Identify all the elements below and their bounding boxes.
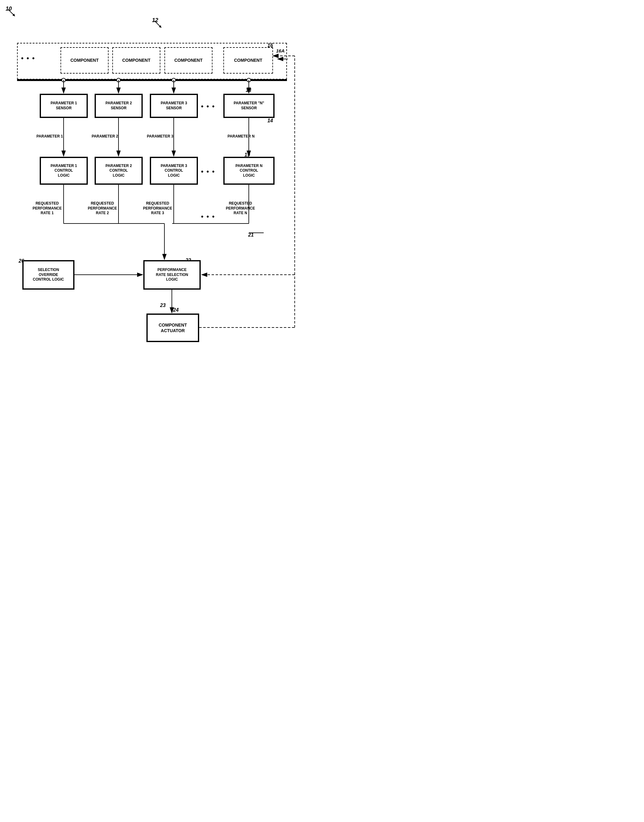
rpr-label-n: REQUESTEDPERFORMANCERATE N <box>220 201 261 216</box>
rpr-label-3: REQUESTEDPERFORMANCERATE 3 <box>139 201 176 216</box>
ref-12: 12 <box>152 17 158 24</box>
param-label-3: PARAMETER 3 <box>141 134 179 139</box>
sensor-1: PARAMETER 1SENSOR <box>40 94 88 118</box>
diagram: 10 12 • • • COMPONENT COMPONENT COMPONEN… <box>0 0 322 411</box>
ref-14: 14 <box>267 118 273 124</box>
ref-18: 18 <box>246 88 251 93</box>
component-box-3: COMPONENT <box>164 47 213 74</box>
component-box-1: COMPONENT <box>60 47 109 74</box>
perf-rate-selection: PERFORMANCERATE SELECTIONLOGIC <box>143 260 201 290</box>
component-box-2: COMPONENT <box>112 47 160 74</box>
ref-16: 16 <box>267 43 273 48</box>
ref-24: 24 <box>173 307 179 313</box>
sensor-n: PARAMETER "N"SENSOR <box>223 94 274 118</box>
selection-override: SELECTIONOVERRIDECONTROL LOGIC <box>22 260 74 290</box>
dots-cl: • • • <box>201 167 215 176</box>
control-logic-1: PARAMETER 1CONTROLLOGIC <box>40 157 88 185</box>
dots-sensors: • • • <box>201 103 215 111</box>
rpr-label-2: REQUESTEDPERFORMANCERATE 2 <box>84 201 121 216</box>
param-label-2: PARAMETER 2 <box>86 134 123 139</box>
sensor-3: PARAMETER 3SENSOR <box>150 94 198 118</box>
sensor-2: PARAMETER 2SENSOR <box>95 94 143 118</box>
control-logic-3: PARAMETER 3CONTROLLOGIC <box>150 157 198 185</box>
param-label-1: PARAMETER 1 <box>31 134 68 139</box>
dots-rpr: • • • <box>201 213 215 221</box>
component-box-4: COMPONENT <box>223 47 273 74</box>
ref-16a: 16A <box>276 48 285 54</box>
param-label-n: PARAMETER N <box>221 134 261 139</box>
control-logic-2: PARAMETER 2CONTROLLOGIC <box>95 157 143 185</box>
ref-23: 23 <box>160 303 166 308</box>
ref-21: 21 <box>248 232 254 238</box>
control-logic-n: PARAMETER NCONTROLLOGIC <box>223 157 274 185</box>
dots-components: • • • <box>21 54 35 62</box>
component-actuator: COMPONENTACTUATOR <box>146 313 199 342</box>
ref-10: 10 <box>6 6 12 12</box>
rpr-label-1: REQUESTEDPERFORMANCERATE 1 <box>29 201 66 216</box>
